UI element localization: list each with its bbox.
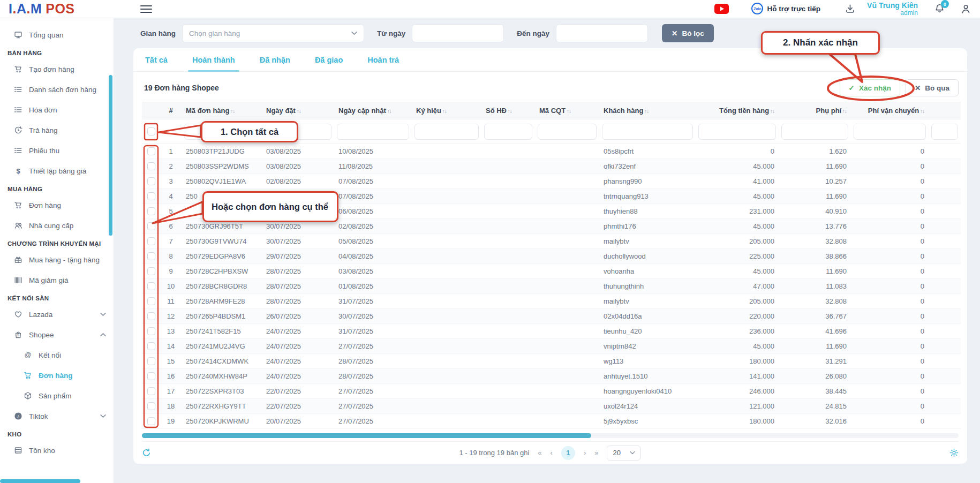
column-filter-input[interactable] bbox=[781, 124, 848, 140]
sort-icon[interactable]: ↑↓ bbox=[386, 108, 391, 114]
sidebar-item[interactable]: Đơn hàng bbox=[0, 365, 114, 386]
sort-icon[interactable]: ↑↓ bbox=[441, 108, 447, 114]
sort-icon[interactable]: ↑↓ bbox=[229, 108, 235, 114]
table-row: 425007/08/2025tntrnquang91345.00011.6900 bbox=[142, 189, 961, 204]
sidebar-item[interactable]: Phiếu thu bbox=[0, 140, 114, 161]
column-filter-input[interactable] bbox=[414, 124, 479, 140]
tab[interactable]: Hoàn trả bbox=[367, 48, 399, 72]
column-header[interactable]: Ngày đặt ↑↓ bbox=[262, 102, 334, 119]
row-checkbox[interactable] bbox=[147, 342, 155, 350]
column-filter-input[interactable] bbox=[931, 124, 958, 140]
row-checkbox[interactable] bbox=[147, 267, 155, 275]
column-filter-input[interactable] bbox=[602, 124, 693, 140]
sort-icon[interactable]: ↑↓ bbox=[507, 108, 512, 114]
notifications-bell-icon[interactable]: 0 bbox=[934, 3, 945, 14]
refresh-icon[interactable] bbox=[142, 448, 151, 457]
from-date-input[interactable] bbox=[412, 24, 504, 42]
row-checkbox[interactable] bbox=[147, 207, 155, 215]
column-filter-input[interactable] bbox=[337, 124, 409, 140]
column-header[interactable]: Phụ phí ↑↓ bbox=[779, 102, 851, 119]
next-page-button[interactable]: › bbox=[584, 449, 586, 457]
sort-icon[interactable]: ↑↓ bbox=[296, 108, 301, 114]
column-header[interactable]: Khách hàng ↑↓ bbox=[599, 102, 696, 119]
current-page[interactable]: 1 bbox=[561, 446, 575, 460]
column-header[interactable]: Mã CQT ↑↓ bbox=[535, 102, 599, 119]
column-header[interactable]: Số HĐ ↑↓ bbox=[481, 102, 535, 119]
tab[interactable]: Tất cả bbox=[145, 48, 168, 72]
sidebar-item[interactable]: Mua hàng - tặng hàng bbox=[0, 250, 114, 270]
sidebar-item[interactable]: $Thiết lập bảng giá bbox=[0, 161, 114, 181]
column-header[interactable]: Mã đơn hàng ↑↓ bbox=[182, 102, 262, 119]
tab[interactable]: Hoàn thành bbox=[192, 48, 235, 72]
column-filter-input[interactable] bbox=[484, 124, 532, 140]
confirm-button[interactable]: ✓ Xác nhận bbox=[840, 79, 900, 96]
row-checkbox[interactable] bbox=[147, 177, 155, 185]
column-header[interactable]: Ký hiệu ↑↓ bbox=[412, 102, 481, 119]
sidebar-item[interactable]: @Kết nối bbox=[0, 345, 114, 365]
sidebar-item[interactable]: $Shopee bbox=[0, 324, 114, 345]
tab[interactable]: Đã nhận bbox=[260, 48, 290, 72]
row-checkbox[interactable] bbox=[147, 327, 155, 335]
row-checkbox[interactable] bbox=[147, 147, 155, 155]
youtube-icon[interactable] bbox=[714, 4, 729, 14]
column-filter-input[interactable] bbox=[538, 124, 597, 140]
user-menu[interactable]: Vũ Trung Kiên admin bbox=[867, 1, 918, 17]
column-header[interactable]: Ngày cập nhật ↑↓ bbox=[334, 102, 412, 119]
last-page-button[interactable]: » bbox=[594, 449, 598, 457]
page-size-select[interactable]: 20 bbox=[607, 446, 641, 461]
sort-icon[interactable]: ↑↓ bbox=[919, 108, 924, 114]
row-checkbox[interactable] bbox=[147, 222, 155, 230]
row-checkbox[interactable] bbox=[147, 282, 155, 290]
column-filter-input[interactable] bbox=[184, 124, 259, 140]
column-header[interactable]: Tổng tiền hàng ↑↓ bbox=[696, 102, 779, 119]
sidebar-item[interactable]: Trả hàng bbox=[0, 120, 114, 140]
prev-page-button[interactable]: ‹ bbox=[551, 449, 553, 457]
table-settings-gear-icon[interactable] bbox=[949, 448, 959, 457]
row-checkbox[interactable] bbox=[147, 192, 155, 200]
row-checkbox[interactable] bbox=[147, 402, 155, 410]
support-link[interactable]: Zalo Hỗ trợ trực tiếp bbox=[751, 3, 820, 14]
row-checkbox[interactable] bbox=[147, 357, 155, 365]
account-icon[interactable] bbox=[960, 3, 971, 14]
sidebar-item[interactable]: Tồn kho bbox=[0, 440, 114, 461]
tab[interactable]: Đã giao bbox=[315, 48, 343, 72]
sidebar-hscrollbar[interactable] bbox=[0, 479, 80, 483]
row-checkbox[interactable] bbox=[147, 237, 155, 245]
skip-button[interactable]: ✕ Bỏ qua bbox=[906, 79, 959, 96]
sidebar-item[interactable]: Lazada bbox=[0, 304, 114, 324]
sort-icon[interactable]: ↑↓ bbox=[841, 108, 847, 114]
row-checkbox[interactable] bbox=[147, 297, 155, 305]
column-filter-input[interactable] bbox=[698, 124, 776, 140]
column-filter-input[interactable] bbox=[854, 124, 926, 140]
menu-icon[interactable] bbox=[140, 5, 152, 13]
sort-icon[interactable]: ↑↓ bbox=[566, 108, 571, 114]
sort-icon[interactable]: ↑↓ bbox=[769, 108, 774, 114]
sidebar-item[interactable]: Tổng quan bbox=[0, 25, 114, 45]
sidebar-scrollbar[interactable] bbox=[109, 75, 112, 236]
row-checkbox[interactable] bbox=[147, 252, 155, 260]
row-checkbox[interactable] bbox=[147, 417, 155, 425]
sidebar-item[interactable]: Hóa đơn bbox=[0, 100, 114, 120]
heart-icon bbox=[14, 310, 23, 319]
row-checkbox[interactable] bbox=[147, 387, 155, 395]
select-all-checkbox[interactable] bbox=[147, 127, 155, 135]
column-filter-input[interactable] bbox=[265, 124, 331, 140]
to-date-input[interactable] bbox=[556, 24, 648, 42]
horizontal-scrollbar-thumb[interactable] bbox=[142, 433, 591, 438]
sidebar-item[interactable]: Nhà cung cấp bbox=[0, 215, 114, 236]
sidebar-item[interactable]: Sản phẩm bbox=[0, 386, 114, 406]
sidebar-item[interactable]: Mã giảm giá bbox=[0, 270, 114, 290]
sort-icon[interactable]: ↑↓ bbox=[643, 108, 649, 114]
first-page-button[interactable]: « bbox=[538, 449, 541, 457]
row-checkbox[interactable] bbox=[147, 312, 155, 320]
sidebar-item[interactable]: Đơn hàng bbox=[0, 195, 114, 215]
store-select[interactable]: Chọn gian hàng bbox=[182, 24, 364, 42]
row-checkbox[interactable] bbox=[147, 162, 155, 170]
download-icon[interactable] bbox=[845, 4, 855, 14]
row-checkbox[interactable] bbox=[147, 372, 155, 380]
sidebar-item[interactable]: Tạo đơn hàng bbox=[0, 59, 114, 79]
sidebar-item[interactable]: Danh sách đơn hàng bbox=[0, 79, 114, 100]
column-header[interactable]: Phí vận chuyển ↑↓ bbox=[851, 102, 929, 119]
sidebar-item[interactable]: ♪Tiktok bbox=[0, 406, 114, 426]
clear-filter-button[interactable]: ✕ Bỏ lọc bbox=[662, 24, 714, 42]
